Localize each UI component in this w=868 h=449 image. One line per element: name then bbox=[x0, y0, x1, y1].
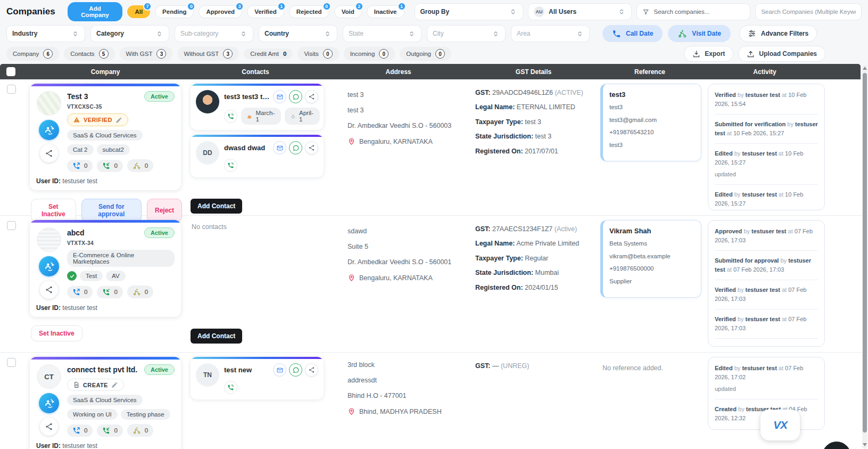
edit-pencil-icon[interactable] bbox=[115, 117, 122, 124]
share-contact-button[interactable] bbox=[305, 141, 318, 154]
stat-chip-with-gst[interactable]: With GST3 bbox=[120, 47, 173, 61]
address-city: Bengaluru, KARNATAKA bbox=[348, 274, 467, 282]
share-company-button[interactable] bbox=[40, 418, 58, 436]
scroll-up-arrow-icon[interactable] bbox=[863, 67, 867, 70]
sub-category-select[interactable]: Sub-category bbox=[175, 25, 253, 42]
group-by-select[interactable]: Group By bbox=[415, 3, 524, 20]
stat-chip-outgoing[interactable]: Outgoing0 bbox=[400, 47, 451, 61]
area-select[interactable]: Area bbox=[511, 25, 590, 42]
count-badge: 2 bbox=[355, 2, 363, 11]
stat-chip-contacts[interactable]: Contacts5 bbox=[64, 47, 114, 61]
row-checkbox[interactable] bbox=[7, 221, 16, 230]
column-header-contacts: Contacts bbox=[185, 68, 326, 76]
vertical-scrollbar[interactable] bbox=[862, 65, 867, 449]
sync-contacts-button[interactable] bbox=[39, 120, 59, 140]
column-header-address: Address bbox=[326, 68, 471, 76]
mail-button[interactable] bbox=[273, 90, 286, 103]
share-icon bbox=[45, 285, 53, 294]
search-companies-input[interactable] bbox=[654, 9, 745, 15]
mail-button[interactable] bbox=[273, 363, 286, 377]
contact-avatar: TN bbox=[196, 363, 219, 387]
address-line: test 3 bbox=[348, 91, 467, 99]
verified-badge[interactable]: VERIFIED bbox=[67, 113, 128, 126]
multi-keyword-search-input[interactable] bbox=[761, 9, 856, 15]
visit-date-button[interactable]: Visit Date bbox=[668, 25, 730, 42]
chat-button[interactable] bbox=[289, 363, 302, 377]
city-select[interactable]: City bbox=[427, 25, 506, 42]
location-pin-icon bbox=[348, 407, 356, 415]
visits-count[interactable]: 0 bbox=[127, 285, 153, 298]
chat-button[interactable] bbox=[289, 141, 302, 154]
call-date-button[interactable]: Call Date bbox=[602, 25, 663, 42]
gst-cell: GST: 29AADCD4946L1Z6 (ACTIVE) Legal Name… bbox=[471, 79, 596, 222]
sync-contacts-button[interactable] bbox=[39, 256, 59, 276]
share-contact-button[interactable] bbox=[305, 90, 318, 103]
outgoing-calls-count[interactable]: 0 bbox=[67, 160, 93, 172]
category-select[interactable]: Category bbox=[90, 25, 169, 42]
incoming-calls-count[interactable]: 0 bbox=[97, 160, 122, 172]
contact-card: TN test new bbox=[191, 357, 324, 399]
state-select[interactable]: State bbox=[343, 25, 421, 42]
upload-icon bbox=[747, 50, 755, 58]
chat-button[interactable] bbox=[289, 90, 302, 103]
add-contact-button[interactable]: Add Contact bbox=[191, 199, 242, 214]
filter-pill-approved[interactable]: Approved3 bbox=[199, 5, 242, 18]
outgoing-calls-count[interactable]: 0 bbox=[67, 424, 93, 437]
scrollbar-thumb[interactable] bbox=[863, 73, 867, 432]
filter-pill-rejected[interactable]: Rejected0 bbox=[289, 5, 329, 18]
count-badge: 1 bbox=[398, 2, 406, 11]
all-users-select[interactable]: AU All Users bbox=[528, 3, 632, 20]
user-id: User ID: testuser test bbox=[36, 442, 175, 449]
call-contact-button[interactable] bbox=[224, 159, 237, 172]
export-button[interactable]: Export bbox=[684, 46, 733, 62]
filter-pill-inactive[interactable]: Inactive1 bbox=[367, 5, 404, 18]
category-tag: Cat 2 bbox=[67, 144, 94, 155]
share-icon bbox=[45, 422, 53, 431]
industry-select[interactable]: Industry bbox=[6, 25, 85, 42]
row-checkbox[interactable] bbox=[7, 358, 16, 367]
add-contact-button[interactable]: Add Contact bbox=[191, 329, 242, 344]
advance-filters-button[interactable]: Advance Filters bbox=[739, 25, 817, 42]
table-header: Company Contacts Address GST Details Ref… bbox=[0, 64, 861, 79]
contact-avatar bbox=[196, 90, 219, 113]
warning-icon bbox=[73, 116, 80, 124]
share-company-button[interactable] bbox=[40, 281, 58, 299]
scroll-down-arrow-icon[interactable] bbox=[863, 443, 867, 446]
incoming-calls-count[interactable]: 0 bbox=[97, 286, 122, 298]
sync-contacts-button[interactable] bbox=[39, 393, 59, 413]
stat-chip-company[interactable]: Company6 bbox=[6, 47, 59, 61]
stat-chip-visits[interactable]: Visits0 bbox=[297, 47, 338, 61]
mail-button[interactable] bbox=[273, 141, 286, 154]
visits-count[interactable]: 0 bbox=[127, 424, 153, 437]
activity-entry: Edited by testuser test at 10 Feb 2026, … bbox=[715, 185, 818, 210]
gst-status: (Active) bbox=[555, 225, 577, 233]
call-contact-button[interactable] bbox=[224, 110, 237, 123]
call-contact-button[interactable] bbox=[224, 381, 237, 394]
outgoing-calls-count[interactable]: 0 bbox=[67, 286, 93, 298]
filter-pill-pending[interactable]: Pending0 bbox=[155, 5, 194, 18]
stat-chip-without-gst[interactable]: Without GST3 bbox=[177, 47, 239, 61]
address-line: Dr. Ambedkar Veedhi S.O - 560003 bbox=[348, 122, 467, 129]
filter-pill-all[interactable]: All7 bbox=[127, 5, 150, 18]
share-company-button[interactable] bbox=[40, 144, 58, 162]
upload-companies-button[interactable]: Upload Companies bbox=[738, 46, 825, 62]
vx-logo: VX bbox=[773, 419, 787, 431]
edit-pencil-icon[interactable] bbox=[111, 381, 118, 388]
category-tag: Working on UI bbox=[67, 409, 118, 420]
chat-widget-launcher[interactable]: VX bbox=[760, 410, 800, 440]
country-select[interactable]: Country bbox=[259, 25, 337, 42]
industry-tag: SaaS & Cloud Services bbox=[67, 395, 143, 405]
stat-chip-incoming[interactable]: Incoming0 bbox=[344, 47, 395, 61]
visits-count[interactable]: 0 bbox=[127, 159, 153, 172]
filter-pill-void[interactable]: Void2 bbox=[334, 5, 362, 18]
share-contact-button[interactable] bbox=[305, 363, 318, 377]
select-all-checkbox[interactable] bbox=[6, 67, 15, 76]
row-checkbox[interactable] bbox=[7, 85, 16, 94]
stat-chip-credit-amt[interactable]: Credit Amt0 bbox=[244, 48, 293, 59]
incoming-calls-count[interactable]: 0 bbox=[97, 424, 122, 437]
share-icon bbox=[308, 366, 315, 373]
add-company-button[interactable]: Add Company bbox=[68, 2, 123, 21]
set-inactive-button[interactable]: Set Inactive bbox=[31, 325, 82, 341]
create-badge[interactable]: CREATE bbox=[67, 379, 124, 391]
filter-pill-verified[interactable]: Verified1 bbox=[247, 5, 284, 18]
